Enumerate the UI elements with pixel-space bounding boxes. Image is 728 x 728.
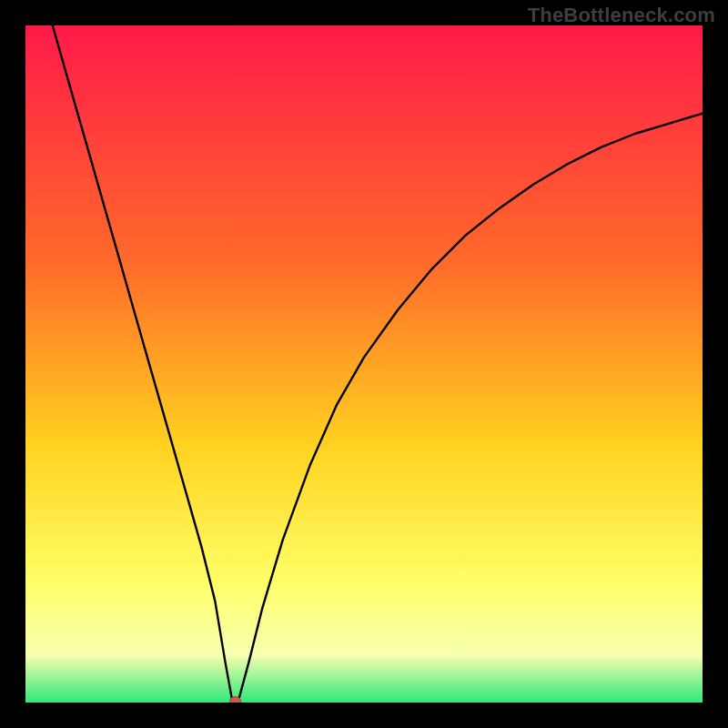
watermark-text: TheBottleneck.com: [528, 4, 715, 27]
plot-area: [25, 25, 703, 703]
gradient-background: [25, 25, 703, 703]
minimum-marker: [230, 697, 241, 703]
plot-svg: [25, 25, 703, 703]
chart-frame: TheBottleneck.com: [0, 0, 728, 728]
